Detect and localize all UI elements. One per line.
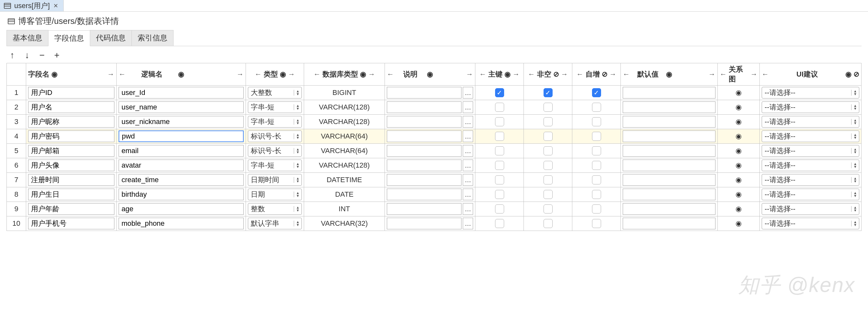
eye-icon[interactable]: ◉ bbox=[736, 190, 742, 199]
table-row[interactable]: 9 整数 ▲▼ INT … ◉ bbox=[7, 202, 861, 216]
checkbox[interactable] bbox=[495, 161, 504, 170]
field-name-input[interactable] bbox=[28, 189, 115, 200]
checkbox[interactable] bbox=[495, 146, 504, 155]
default-input[interactable] bbox=[623, 101, 715, 113]
checkbox[interactable] bbox=[495, 190, 504, 199]
eye-icon[interactable]: ◉ bbox=[736, 103, 742, 112]
default-input[interactable] bbox=[623, 189, 715, 200]
checkbox[interactable]: ✓ bbox=[495, 88, 504, 97]
field-name-input[interactable] bbox=[28, 160, 115, 171]
checkbox[interactable] bbox=[592, 219, 601, 228]
move-up-button[interactable]: ↑ bbox=[8, 50, 17, 60]
description-more-button[interactable]: … bbox=[463, 116, 473, 128]
logic-name-input[interactable] bbox=[119, 87, 244, 98]
table-row[interactable]: 5 标识号-长 ▲▼ VARCHAR(64) … ◉ bbox=[7, 144, 861, 158]
ui-select[interactable]: --请选择-- ▲▼ bbox=[762, 218, 859, 229]
description-more-button[interactable]: … bbox=[463, 145, 473, 157]
checkbox[interactable] bbox=[592, 176, 601, 184]
checkbox[interactable] bbox=[544, 176, 553, 184]
description-more-button[interactable]: … bbox=[463, 218, 473, 229]
checkbox[interactable] bbox=[495, 117, 504, 126]
description-input[interactable] bbox=[387, 101, 462, 113]
default-input[interactable] bbox=[623, 116, 715, 128]
checkbox[interactable] bbox=[592, 103, 601, 112]
logic-name-input[interactable] bbox=[119, 174, 244, 186]
col-primary-key[interactable]: ← 主键 ◉ → bbox=[475, 63, 524, 85]
col-ui-suggestion[interactable]: ← UI建议 ◉ ⊘ bbox=[760, 63, 861, 85]
tab-basic-info[interactable]: 基本信息 bbox=[6, 30, 49, 46]
col-field-name[interactable]: 字段名 ◉ → bbox=[26, 63, 117, 85]
description-input[interactable] bbox=[387, 189, 462, 200]
default-input[interactable] bbox=[623, 174, 715, 186]
eye-icon[interactable]: ◉ bbox=[736, 205, 742, 213]
description-more-button[interactable]: … bbox=[463, 87, 473, 98]
logic-name-input[interactable] bbox=[119, 130, 244, 142]
eye-icon[interactable]: ◉ bbox=[736, 132, 742, 141]
description-more-button[interactable]: … bbox=[463, 101, 473, 113]
checkbox[interactable]: ✓ bbox=[544, 88, 553, 97]
default-input[interactable] bbox=[623, 87, 715, 98]
checkbox[interactable] bbox=[544, 117, 553, 126]
description-input[interactable] bbox=[387, 174, 462, 186]
eye-icon[interactable]: ◉ bbox=[736, 176, 742, 184]
close-icon[interactable]: ✕ bbox=[53, 2, 58, 9]
ui-select[interactable]: --请选择-- ▲▼ bbox=[762, 203, 859, 215]
col-auto-increment[interactable]: ← 自增 ⊘ → bbox=[572, 63, 621, 85]
checkbox[interactable] bbox=[495, 219, 504, 228]
description-input[interactable] bbox=[387, 130, 462, 142]
field-name-input[interactable] bbox=[28, 203, 115, 215]
col-default[interactable]: ← 默认值 ◉ → bbox=[621, 63, 718, 85]
ui-select[interactable]: --请选择-- ▲▼ bbox=[762, 130, 859, 142]
field-name-input[interactable] bbox=[28, 145, 115, 157]
default-input[interactable] bbox=[623, 130, 715, 142]
description-input[interactable] bbox=[387, 218, 462, 229]
default-input[interactable] bbox=[623, 218, 715, 229]
description-input[interactable] bbox=[387, 160, 462, 171]
checkbox[interactable] bbox=[592, 132, 601, 141]
description-more-button[interactable]: … bbox=[463, 130, 473, 142]
checkbox[interactable] bbox=[592, 117, 601, 126]
description-input[interactable] bbox=[387, 203, 462, 215]
checkbox[interactable] bbox=[592, 205, 601, 214]
type-select[interactable]: 日期 ▲▼ bbox=[248, 189, 302, 200]
checkbox[interactable] bbox=[495, 132, 504, 141]
table-row[interactable]: 2 字串-短 ▲▼ VARCHAR(128) … ◉ bbox=[7, 100, 861, 115]
field-name-input[interactable] bbox=[28, 116, 115, 128]
table-row[interactable]: 1 大整数 ▲▼ BIGINT … ✓ ✓ ✓ ◉ bbox=[7, 86, 861, 100]
ui-select[interactable]: --请选择-- ▲▼ bbox=[762, 174, 859, 186]
checkbox[interactable] bbox=[592, 161, 601, 170]
checkbox[interactable] bbox=[544, 190, 553, 199]
table-row[interactable]: 4 标识号-长 ▲▼ VARCHAR(64) … ◉ bbox=[7, 129, 861, 144]
col-relation[interactable]: ← 关系图 → bbox=[718, 63, 760, 85]
table-row[interactable]: 10 默认字串 ▲▼ VARCHAR(32) … ◉ bbox=[7, 216, 861, 230]
type-select[interactable]: 整数 ▲▼ bbox=[248, 203, 302, 215]
table-row[interactable]: 6 字串-短 ▲▼ VARCHAR(128) … ◉ bbox=[7, 158, 861, 173]
col-not-null[interactable]: ← 非空 ⊘ → bbox=[524, 63, 572, 85]
field-name-input[interactable] bbox=[28, 101, 115, 113]
checkbox[interactable] bbox=[544, 205, 553, 214]
checkbox[interactable] bbox=[544, 219, 553, 228]
logic-name-input[interactable] bbox=[119, 189, 244, 200]
description-more-button[interactable]: … bbox=[463, 174, 473, 186]
type-select[interactable]: 标识号-长 ▲▼ bbox=[248, 130, 302, 142]
logic-name-input[interactable] bbox=[119, 203, 244, 215]
type-select[interactable]: 标识号-长 ▲▼ bbox=[248, 145, 302, 157]
type-select[interactable]: 大整数 ▲▼ bbox=[248, 87, 302, 98]
eye-icon[interactable]: ◉ bbox=[736, 161, 742, 169]
eye-icon[interactable]: ◉ bbox=[736, 89, 742, 97]
table-row[interactable]: 8 日期 ▲▼ DATE … ◉ bbox=[7, 187, 861, 202]
ui-select[interactable]: --请选择-- ▲▼ bbox=[762, 189, 859, 200]
default-input[interactable] bbox=[623, 203, 715, 215]
move-down-button[interactable]: ↓ bbox=[23, 50, 32, 60]
col-type[interactable]: ← 类型 ◉ → bbox=[246, 63, 304, 85]
logic-name-input[interactable] bbox=[119, 116, 244, 128]
description-input[interactable] bbox=[387, 116, 462, 128]
default-input[interactable] bbox=[623, 145, 715, 157]
col-db-type[interactable]: ← 数据库类型 ◉ → bbox=[304, 63, 385, 85]
field-name-input[interactable] bbox=[28, 174, 115, 186]
col-logic-name[interactable]: ← 逻辑名 ◉ → bbox=[117, 63, 246, 85]
tab-field-info[interactable]: 字段信息 bbox=[48, 30, 90, 46]
add-button[interactable]: + bbox=[52, 50, 61, 60]
eye-icon[interactable]: ◉ bbox=[736, 147, 742, 155]
checkbox[interactable] bbox=[544, 103, 553, 112]
